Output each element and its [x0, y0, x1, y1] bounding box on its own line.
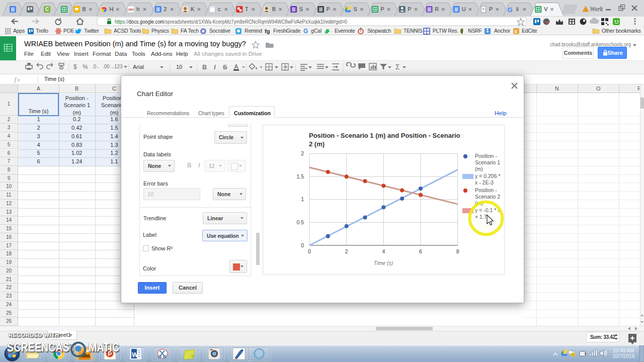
svg-text:PLTW Res.: PLTW Res.: [433, 28, 458, 34]
svg-text:0: 0: [301, 242, 304, 248]
svg-text:×: ×: [278, 6, 282, 13]
svg-text:×: ×: [143, 6, 147, 13]
svg-text:1: 1: [301, 196, 304, 202]
svg-text:Position -: Position -: [475, 187, 497, 193]
svg-text:$: $: [73, 63, 77, 70]
svg-text:TENNIS: TENNIS: [404, 28, 423, 34]
svg-text:Stopwatch: Stopwatch: [367, 28, 391, 34]
svg-text:B: B: [83, 6, 86, 12]
svg-text:G: G: [303, 28, 308, 35]
svg-text:Apps: Apps: [13, 28, 25, 34]
svg-text:.00→: .00→: [103, 64, 115, 69]
svg-text:Σ: Σ: [395, 63, 400, 71]
svg-text:×: ×: [441, 6, 445, 13]
svg-text:!: !: [573, 353, 574, 356]
svg-text:×: ×: [89, 6, 93, 13]
svg-text:h: h: [136, 6, 139, 12]
svg-text:6: 6: [419, 248, 422, 254]
svg-text:B: B: [272, 6, 276, 12]
svg-text:FA Tech: FA Tech: [181, 28, 199, 34]
svg-text:8: 8: [456, 248, 459, 254]
svg-text:R: R: [435, 6, 439, 12]
svg-text:Trello: Trello: [36, 28, 48, 34]
svg-text:li: li: [516, 6, 519, 12]
svg-text:W: W: [132, 351, 138, 358]
svg-text:Remind: Remind: [245, 28, 262, 34]
svg-text:Anchor: Anchor: [494, 28, 511, 34]
svg-text:0.5: 0.5: [296, 219, 304, 225]
svg-text:gCal: gCal: [311, 28, 321, 34]
svg-text:NSRF: NSRF: [468, 28, 482, 34]
svg-text:AEA: AEA: [128, 8, 134, 11]
svg-text:P: P: [380, 6, 384, 12]
svg-text:S: S: [354, 6, 357, 12]
svg-text:2: 2: [301, 150, 304, 156]
svg-text:T: T: [245, 6, 249, 12]
svg-text:x - 2E-3: x - 2E-3: [475, 179, 494, 186]
svg-text:Twitter: Twitter: [84, 28, 99, 34]
svg-text:Socrative: Socrative: [209, 28, 230, 34]
svg-text:0: 0: [308, 248, 311, 254]
svg-text:E: E: [515, 29, 518, 34]
svg-text:×: ×: [333, 6, 337, 13]
svg-text:fg: fg: [265, 28, 270, 34]
svg-text:×: ×: [305, 6, 309, 13]
svg-text:S: S: [223, 64, 227, 71]
svg-text:Position -: Position -: [475, 153, 497, 159]
svg-text:.0←: .0←: [92, 64, 101, 69]
svg-text:Other bookmarks: Other bookmarks: [602, 28, 641, 34]
svg-text:×: ×: [468, 6, 472, 13]
svg-text:K: K: [191, 6, 195, 12]
svg-text:P: P: [408, 6, 411, 12]
svg-text:×: ×: [224, 6, 228, 13]
svg-text:c: c: [218, 6, 221, 12]
svg-text:2: 2: [345, 248, 348, 254]
svg-text:2: 2: [164, 6, 167, 12]
svg-text:Work: Work: [590, 6, 603, 13]
svg-text:×: ×: [360, 6, 364, 13]
svg-text:×: ×: [387, 6, 391, 13]
svg-text:!: !: [585, 8, 586, 12]
svg-text:10: 10: [176, 64, 182, 70]
svg-text:×: ×: [414, 6, 418, 13]
svg-text:https://docs.google.com/spread: https://docs.google.com/spreadsheets/d/1…: [115, 19, 347, 25]
svg-text:×: ×: [550, 6, 554, 13]
svg-text:P: P: [327, 6, 330, 12]
svg-text:×: ×: [522, 6, 526, 13]
svg-text:U: U: [462, 6, 466, 12]
svg-text:V: V: [544, 6, 548, 12]
svg-text:Scenario 1: Scenario 1: [475, 159, 500, 165]
svg-text:(m): (m): [475, 166, 483, 172]
svg-text:H: H: [109, 6, 113, 12]
svg-text:×: ×: [251, 6, 255, 13]
svg-text:2 (m): 2 (m): [309, 140, 325, 148]
svg-text:EdCite: EdCite: [522, 28, 537, 34]
svg-text:y = 0.206 *: y = 0.206 *: [475, 173, 501, 179]
svg-text:ACSD Tools: ACSD Tools: [114, 28, 141, 34]
svg-text:FreshGrade: FreshGrade: [273, 28, 300, 34]
svg-text:×: ×: [197, 6, 201, 13]
svg-text:×: ×: [170, 6, 174, 13]
svg-text:Position - Scenario 1 (m) and: Position - Scenario 1 (m) and Position -…: [309, 132, 460, 139]
svg-text:P: P: [489, 6, 493, 12]
svg-text:A: A: [234, 63, 238, 70]
svg-text:Physics: Physics: [151, 28, 169, 34]
svg-text:Evernote: Evernote: [335, 28, 355, 34]
svg-text:4: 4: [382, 248, 385, 254]
svg-text:123: 123: [114, 64, 123, 69]
svg-text:1.5: 1.5: [296, 173, 304, 179]
svg-text:S: S: [299, 6, 303, 12]
svg-text:I: I: [214, 64, 216, 71]
svg-text:Time (s): Time (s): [374, 260, 393, 266]
svg-text:Arial: Arial: [133, 64, 144, 70]
svg-text:%: %: [83, 63, 88, 70]
svg-text:G: G: [507, 6, 512, 14]
svg-text:B: B: [202, 64, 207, 71]
svg-text:×: ×: [496, 6, 500, 13]
svg-text:C: C: [45, 7, 49, 12]
svg-text:×: ×: [116, 6, 120, 13]
svg-text:POE: POE: [63, 28, 74, 34]
